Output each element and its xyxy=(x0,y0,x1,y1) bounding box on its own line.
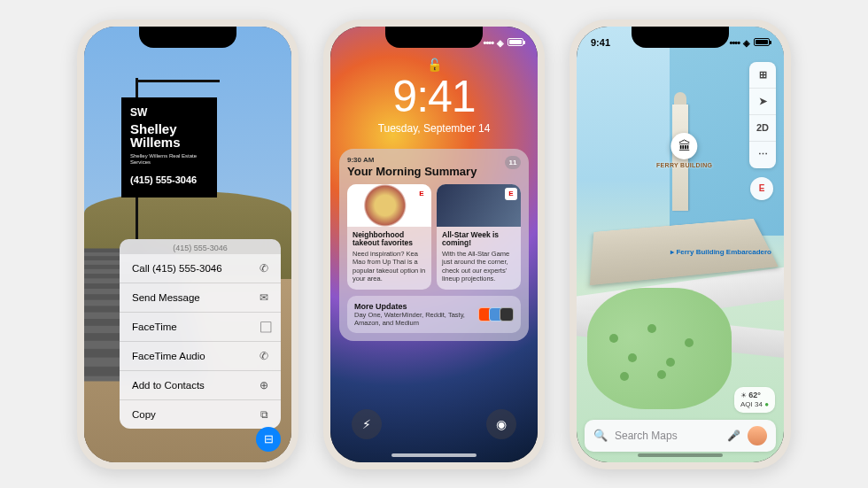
real-estate-sign: SW Shelley Willems Shelley Willems Real … xyxy=(121,97,217,198)
status-time: 9:41 xyxy=(591,37,610,48)
lock-icon: 🔓 xyxy=(427,58,442,72)
card-title: All-Star Week is coming! xyxy=(442,231,515,249)
mic-icon[interactable]: 🎤 xyxy=(727,430,740,442)
more-title: More Updates xyxy=(354,302,477,311)
sun-icon: ☀ xyxy=(740,391,747,399)
screen: 9:41 ⊞ ➤ 2D ⋯ E 🏛 FERRY BUILDING Ferry B… xyxy=(577,27,784,462)
transit-label[interactable]: Ferry Building Embarcadero xyxy=(670,248,771,256)
sign-logo: SW xyxy=(130,106,208,119)
wifi-icon xyxy=(743,37,750,48)
poi-icon: 🏛 xyxy=(671,133,698,159)
search-placeholder: Search Maps xyxy=(615,430,720,442)
notch xyxy=(385,27,483,48)
copy-icon: ⧉ xyxy=(260,408,268,421)
profile-avatar[interactable] xyxy=(748,426,767,445)
poi-label: FERRY BUILDING xyxy=(656,162,712,168)
phone-live-text: SW Shelley Willems Shelley Willems Real … xyxy=(77,19,298,469)
lock-date: Tuesday, September 14 xyxy=(330,122,538,135)
lock-time: 9:41 xyxy=(330,71,538,122)
menu-item-call[interactable]: Call (415) 555-3046✆ xyxy=(120,254,281,283)
more-updates-row[interactable]: More Updates Day One, WaterMinder, Reddi… xyxy=(347,296,521,333)
live-text-button[interactable]: ⊟ xyxy=(256,427,281,452)
phone-maps: 9:41 ⊞ ➤ 2D ⋯ E 🏛 FERRY BUILDING Ferry B… xyxy=(570,19,791,469)
card-image: E xyxy=(347,184,431,227)
wifi-icon xyxy=(497,37,504,48)
flashlight-button[interactable]: ⚡︎ xyxy=(352,409,382,439)
card-image: E xyxy=(437,184,521,227)
camera-icon: ◉ xyxy=(496,417,507,431)
card-title: Neighborhood takeout favorites xyxy=(353,231,426,249)
notch xyxy=(139,27,236,48)
search-icon: 🔍 xyxy=(593,429,608,442)
summary-time: 9:30 AM xyxy=(347,156,477,164)
app-badge-icon: E xyxy=(505,188,517,200)
weather-aqi: AQI 34 xyxy=(740,400,763,408)
weather-temp: 62° xyxy=(748,391,761,399)
home-indicator[interactable] xyxy=(391,453,477,457)
more-text: Day One, WaterMinder, Reddit, Tasty, Ama… xyxy=(354,311,477,327)
compass-button[interactable]: E xyxy=(750,177,773,200)
live-text-icon: ⊟ xyxy=(264,432,274,445)
card-text: Need inspiration? Kea Mao from Up Thai i… xyxy=(353,250,426,283)
weather-badge[interactable]: ☀ 62° AQI 34 ● xyxy=(734,387,775,412)
more-button[interactable]: ⋯ xyxy=(749,142,776,168)
notification-summary[interactable]: 9:30 AM Your Morning Summary 11 E Neighb… xyxy=(339,149,529,341)
battery-icon xyxy=(508,38,523,46)
locate-button[interactable]: ➤ xyxy=(749,89,776,115)
contact-icon: ⊕ xyxy=(260,379,268,391)
sign-name: Shelley Willems xyxy=(130,122,208,151)
summary-card[interactable]: E Neighborhood takeout favorites Need in… xyxy=(347,184,431,290)
menu-item-copy[interactable]: Copy⧉ xyxy=(120,400,281,429)
screen: SW Shelley Willems Shelley Willems Real … xyxy=(84,27,291,462)
summary-card[interactable]: E All-Star Week is coming! With the All-… xyxy=(437,184,521,290)
view-2d-button[interactable]: 2D xyxy=(749,115,776,142)
camera-button[interactable]: ◉ xyxy=(486,409,516,439)
screen: 🔓 9:41 Tuesday, September 14 9:30 AM You… xyxy=(330,27,538,462)
signal-icon xyxy=(730,37,740,48)
phone-icon: ✆ xyxy=(260,350,268,362)
menu-item-facetime-audio[interactable]: FaceTime Audio✆ xyxy=(120,342,281,371)
sign-subtitle: Shelley Willems Real Estate Services xyxy=(130,153,208,166)
message-icon: ✉ xyxy=(260,291,268,304)
more-app-icons xyxy=(482,307,514,321)
map-poi-pin[interactable]: 🏛 FERRY BUILDING xyxy=(656,133,712,168)
app-badge-icon: E xyxy=(415,188,428,200)
map-mode-button[interactable]: ⊞ xyxy=(749,62,776,89)
summary-count-badge: 11 xyxy=(505,156,521,169)
flashlight-icon: ⚡︎ xyxy=(362,417,371,431)
context-menu: Call (415) 555-3046✆ Send Message✉ FaceT… xyxy=(120,254,281,429)
battery-icon xyxy=(754,38,770,46)
map-controls: ⊞ ➤ 2D ⋯ xyxy=(749,62,776,168)
phone-icon: ✆ xyxy=(260,262,268,275)
card-text: With the All-Star Game just around the c… xyxy=(442,250,515,283)
sign-phone: (415) 555-3046 xyxy=(130,174,208,185)
home-indicator[interactable] xyxy=(638,453,723,457)
menu-item-facetime[interactable]: FaceTime⃞ xyxy=(120,313,281,342)
signal-icon xyxy=(484,37,493,48)
phone-lock-screen: 🔓 9:41 Tuesday, September 14 9:30 AM You… xyxy=(323,19,545,469)
maps-search-bar[interactable]: 🔍 Search Maps 🎤 xyxy=(585,420,776,452)
menu-item-message[interactable]: Send Message✉ xyxy=(120,283,281,313)
summary-title: Your Morning Summary xyxy=(347,165,477,178)
notch xyxy=(632,27,729,48)
menu-item-add-contacts[interactable]: Add to Contacts⊕ xyxy=(120,371,281,400)
